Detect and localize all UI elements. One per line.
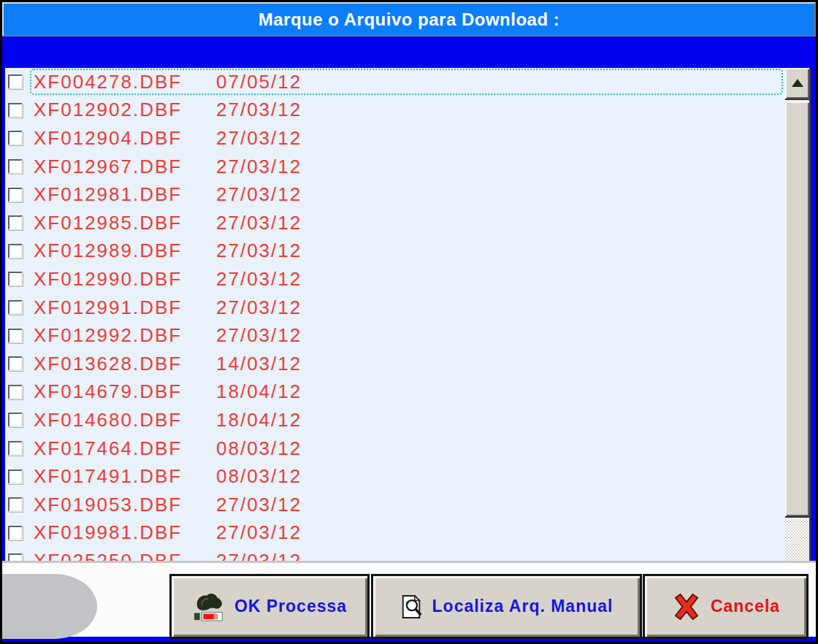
decorative-gray-shape (2, 574, 97, 639)
scrollbar-up-button[interactable] (785, 68, 809, 100)
file-date: 14/03/12 (216, 353, 302, 375)
file-row[interactable]: XF012990.DBF 27/03/12 (5, 265, 785, 294)
file-row[interactable]: XF004278.DBF 07/05/12 (5, 68, 785, 96)
file-date: 27/03/12 (216, 183, 302, 206)
file-checkbox[interactable] (8, 385, 23, 399)
file-checkbox[interactable] (8, 329, 23, 343)
file-name: XF019981.DBF (34, 521, 216, 544)
dialog-titlebar: Marque o Arquivo para Download : (2, 2, 816, 37)
file-name: XF014680.DBF (34, 409, 216, 432)
file-row[interactable]: XF012992.DBF 27/03/12 (5, 321, 785, 350)
file-checkbox[interactable] (8, 74, 23, 89)
file-date: 27/03/12 (216, 212, 302, 234)
file-row[interactable]: XF012985.DBF 27/03/12 (5, 209, 785, 237)
file-date: 27/03/12 (216, 494, 302, 516)
file-name: XF012989.DBF (34, 239, 216, 262)
file-name: XF013628.DBF (34, 353, 216, 375)
ok-processa-label: OK Processa (234, 597, 347, 616)
file-name: XF012990.DBF (34, 268, 216, 291)
file-name: XF012992.DBF (34, 324, 216, 347)
file-checkbox[interactable] (8, 244, 23, 258)
file-date: 07/05/12 (216, 71, 302, 93)
file-row[interactable]: XF017464.DBF 08/03/12 (5, 434, 785, 463)
file-row[interactable]: XF017491.DBF 08/03/12 (5, 462, 785, 491)
file-checkbox[interactable] (8, 272, 23, 286)
file-name: XF019053.DBF (34, 494, 216, 516)
file-checkbox[interactable] (8, 356, 23, 371)
file-checkbox[interactable] (8, 526, 23, 540)
file-date: 27/03/12 (216, 127, 302, 150)
file-checkbox[interactable] (8, 441, 23, 456)
file-row[interactable]: XF012981.DBF 27/03/12 (5, 180, 785, 209)
red-x-icon (671, 593, 702, 621)
file-row[interactable]: XF012991.DBF 27/03/12 (5, 294, 785, 322)
button-bar: OK Processa Localiza Arq. Manual (2, 561, 816, 637)
file-row[interactable]: XF025250.DBF 27/03/12 (5, 547, 785, 561)
file-row[interactable]: XF014679.DBF 18/04/12 (5, 378, 785, 407)
document-magnifier-icon (400, 594, 424, 619)
file-date: 27/03/12 (216, 296, 302, 319)
file-listbox: XF004278.DBF 07/05/12 XF012902.DBF 27/03… (5, 68, 811, 561)
file-checkbox[interactable] (8, 300, 23, 315)
file-date: 27/03/12 (216, 99, 302, 121)
file-checkbox[interactable] (8, 159, 23, 174)
file-row[interactable]: XF012902.DBF 27/03/12 (5, 96, 785, 125)
file-checkbox[interactable] (8, 215, 23, 230)
file-name: XF017491.DBF (34, 465, 216, 488)
file-date: 27/03/12 (216, 156, 302, 178)
file-row[interactable]: XF013628.DBF 14/03/12 (5, 350, 785, 378)
file-checkbox[interactable] (8, 469, 23, 484)
localiza-arq-manual-label: Localiza Arq. Manual (432, 597, 614, 616)
file-checkbox[interactable] (8, 413, 23, 427)
dialog-title: Marque o Arquivo para Download : (259, 9, 559, 30)
up-arrow-icon (792, 79, 803, 87)
file-row[interactable]: XF019053.DBF 27/03/12 (5, 491, 785, 519)
file-date: 27/03/12 (216, 521, 302, 544)
download-dialog-window: Marque o Arquivo para Download : XF00427… (0, 0, 818, 644)
file-name: XF012967.DBF (34, 156, 216, 178)
file-date: 08/03/12 (216, 465, 302, 488)
scrollbar-track[interactable] (785, 519, 809, 561)
file-row[interactable]: XF012989.DBF 27/03/12 (5, 237, 785, 266)
file-checkbox[interactable] (8, 553, 23, 561)
cancela-button[interactable]: Cancela (643, 574, 809, 639)
file-date: 27/03/12 (216, 268, 302, 291)
file-name: XF017464.DBF (34, 437, 216, 460)
file-checkbox[interactable] (8, 131, 23, 145)
file-rows: XF004278.DBF 07/05/12 XF012902.DBF 27/03… (5, 68, 785, 561)
ok-processa-button[interactable]: OK Processa (169, 574, 370, 639)
file-row[interactable]: XF012967.DBF 27/03/12 (5, 153, 785, 181)
file-date: 27/03/12 (216, 550, 302, 561)
scrollbar-thumb[interactable] (785, 101, 809, 518)
file-name: XF025250.DBF (34, 550, 216, 561)
file-name: XF012991.DBF (34, 296, 216, 319)
file-date: 27/03/12 (216, 239, 302, 262)
vertical-scrollbar (785, 68, 811, 561)
file-checkbox[interactable] (8, 497, 23, 512)
file-name: XF012904.DBF (34, 127, 216, 150)
file-date: 18/04/12 (216, 409, 302, 432)
file-row[interactable]: XF012904.DBF 27/03/12 (5, 124, 785, 153)
file-name: XF014679.DBF (34, 380, 216, 403)
file-date: 27/03/12 (216, 324, 302, 347)
file-row[interactable]: XF014680.DBF 18/04/12 (5, 406, 785, 434)
file-name: XF004278.DBF (34, 71, 216, 93)
file-date: 18/04/12 (216, 380, 302, 403)
hand-gauge-icon (192, 591, 226, 622)
file-row[interactable]: XF019981.DBF 27/03/12 (5, 519, 785, 548)
file-name: XF012985.DBF (34, 212, 216, 234)
localiza-arq-manual-button[interactable]: Localiza Arq. Manual (371, 574, 642, 639)
file-name: XF012981.DBF (34, 183, 216, 206)
file-name: XF012902.DBF (34, 99, 216, 121)
file-checkbox[interactable] (8, 103, 23, 118)
file-checkbox[interactable] (8, 188, 23, 202)
file-date: 08/03/12 (216, 437, 302, 460)
cancela-label: Cancela (711, 597, 780, 616)
